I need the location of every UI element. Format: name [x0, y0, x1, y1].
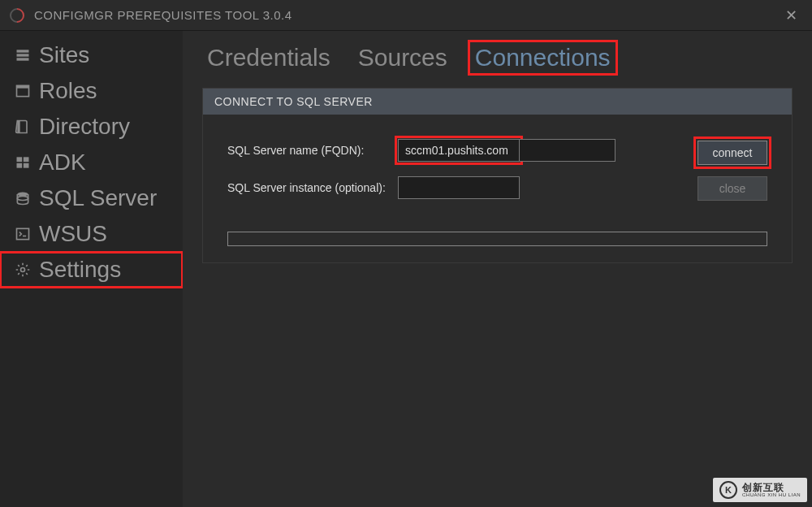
window-title: CONFIGMGR PREREQUISITES TOOL 3.0.4 [34, 8, 780, 22]
watermark-sub: CHUANG XIN HU LIAN [742, 492, 801, 497]
svg-rect-8 [17, 163, 23, 168]
tab-sources[interactable]: Sources [353, 42, 452, 73]
gear-icon [13, 262, 32, 278]
svg-rect-2 [17, 58, 29, 60]
svg-rect-1 [17, 54, 29, 56]
fqdn-input-extension[interactable] [520, 139, 615, 162]
connect-panel: CONNECT TO SQL SERVER SQL Server name (F… [202, 88, 793, 263]
watermark-logo-icon: K [719, 481, 737, 499]
svg-rect-7 [24, 157, 29, 162]
tabs: Credentials Sources Connections [202, 42, 793, 73]
watermark-brand: 创新互联 [742, 483, 801, 492]
sidebar-item-sites[interactable]: Sites [0, 37, 183, 73]
fqdn-label: SQL Server name (FQDN): [227, 144, 398, 157]
svg-rect-4 [17, 85, 29, 88]
app-logo-icon [6, 5, 27, 25]
fqdn-input[interactable] [398, 139, 520, 162]
close-window-icon[interactable]: ✕ [780, 6, 802, 24]
panel-icon [13, 83, 32, 99]
watermark: K 创新互联 CHUANG XIN HU LIAN [713, 478, 807, 502]
sidebar-item-label: Sites [39, 42, 89, 68]
connect-button[interactable]: connect [698, 141, 767, 165]
sidebar-item-label: Settings [39, 257, 121, 283]
sidebar-item-label: Directory [39, 114, 130, 140]
server-icon [13, 47, 32, 63]
titlebar: CONFIGMGR PREREQUISITES TOOL 3.0.4 ✕ [0, 0, 812, 31]
tab-connections[interactable]: Connections [470, 42, 615, 73]
instance-input[interactable] [398, 176, 520, 199]
book-icon [13, 119, 32, 135]
sidebar-item-wsus[interactable]: WSUS [0, 216, 183, 252]
database-icon [13, 190, 32, 206]
tab-credentials[interactable]: Credentials [202, 42, 335, 73]
svg-point-14 [21, 268, 25, 272]
sidebar-item-label: ADK [39, 150, 86, 176]
svg-point-11 [17, 197, 28, 201]
close-button: close [698, 176, 767, 201]
svg-rect-0 [17, 50, 29, 52]
sidebar-item-sqlserver[interactable]: SQL Server [0, 180, 183, 216]
svg-rect-6 [17, 157, 23, 162]
sidebar-item-label: WSUS [39, 221, 107, 247]
content-area: Credentials Sources Connections CONNECT … [183, 31, 812, 507]
sidebar: Sites Roles Directory ADK SQL Server [0, 31, 183, 507]
svg-rect-12 [17, 228, 29, 239]
svg-rect-5 [17, 121, 19, 133]
terminal-icon [13, 226, 32, 242]
sidebar-item-label: SQL Server [39, 185, 157, 211]
sidebar-item-adk[interactable]: ADK [0, 145, 183, 180]
instance-label: SQL Server instance (optional): [227, 181, 398, 194]
panel-header: CONNECT TO SQL SERVER [203, 89, 792, 115]
sidebar-item-settings[interactable]: Settings [0, 252, 183, 288]
progress-bar [227, 232, 767, 246]
sidebar-item-directory[interactable]: Directory [0, 109, 183, 145]
svg-rect-9 [24, 163, 29, 168]
windows-icon [13, 154, 32, 171]
sidebar-item-roles[interactable]: Roles [0, 73, 183, 109]
sidebar-item-label: Roles [39, 78, 97, 104]
